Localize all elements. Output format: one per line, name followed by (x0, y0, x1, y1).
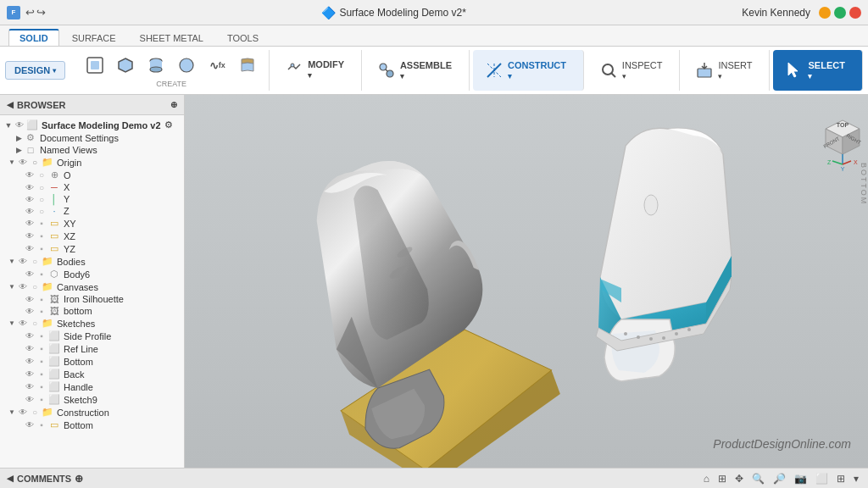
back-vis[interactable]: ▪ (36, 369, 47, 379)
bottom-sketch-eye[interactable]: 👁 (24, 357, 36, 366)
tree-item-xy[interactable]: 👁 ▪ ▭ XY (0, 217, 184, 230)
undo-btn[interactable]: ↩ (25, 6, 35, 19)
create-fx-btn[interactable]: ∿fx (203, 53, 231, 78)
tree-item-bodies[interactable]: ▼ 👁 ○ 📁 Bodies (0, 255, 184, 268)
back-eye[interactable]: 👁 (24, 369, 36, 379)
o-vis[interactable]: ○ (36, 170, 47, 180)
bodies-vis[interactable]: ○ (29, 257, 41, 266)
handle-vis[interactable]: ▪ (36, 382, 47, 391)
y-vis[interactable]: ○ (36, 195, 47, 204)
modify-btn[interactable]: MODIFY ▾ (280, 57, 354, 82)
expand-comments-icon[interactable]: ◀ (7, 474, 14, 483)
construction-eye[interactable]: 👁 (17, 408, 29, 417)
sketch9-vis[interactable]: ▪ (36, 395, 47, 404)
tree-item-yz[interactable]: 👁 ▪ ▭ YZ (0, 242, 184, 255)
tab-sheet-metal[interactable]: SHEET METAL (129, 30, 214, 46)
z-eye[interactable]: 👁 (24, 207, 36, 216)
x-eye[interactable]: 👁 (24, 183, 36, 192)
tree-item-handle[interactable]: 👁 ▪ ⬜ Handle (0, 380, 184, 393)
tree-item-o[interactable]: 👁 ○ ⊕ O (0, 169, 184, 181)
tree-item-x[interactable]: 👁 ○ ─ X (0, 181, 184, 193)
tree-item-iron-sil[interactable]: 👁 ▪ 🖼 Iron Silhouette (0, 293, 184, 305)
camera-btn[interactable]: 📷 (792, 472, 810, 485)
browser-menu-btn[interactable]: ⊕ (170, 100, 177, 109)
tree-item-back[interactable]: 👁 ▪ ⬜ Back (0, 368, 184, 380)
tree-item-canvases[interactable]: ▼ 👁 ○ 📁 Canvases (0, 280, 184, 293)
x-vis[interactable]: ○ (36, 183, 47, 192)
tab-solid[interactable]: SOLID (8, 29, 59, 46)
close-btn[interactable] (849, 7, 861, 19)
tree-item-z[interactable]: 👁 ○ ∙ Z (0, 205, 184, 217)
insert-btn[interactable]: INSERT ▾ (690, 58, 762, 83)
root-settings-icon[interactable]: ⚙ (164, 119, 173, 130)
ref-line-eye[interactable]: 👁 (24, 344, 36, 353)
viewport[interactable]: TOP FRONT RIGHT Y X Z BOTTOM ProductDesi… (185, 95, 868, 468)
zoom-fit-btn[interactable]: ⊞ (715, 472, 729, 485)
design-dropdown[interactable]: DESIGN ▾ (5, 61, 65, 80)
canvases-eye[interactable]: 👁 (17, 282, 29, 291)
pan-btn[interactable]: ✥ (732, 472, 746, 485)
bottom-con-vis[interactable]: ▪ (36, 420, 47, 430)
bottom-canvas-vis[interactable]: ▪ (36, 307, 47, 316)
create-pipe-btn[interactable] (233, 53, 262, 78)
zoom-out-btn[interactable]: 🔎 (771, 472, 788, 485)
add-comment-btn[interactable]: ⊕ (75, 473, 83, 485)
grid-btn[interactable]: ⊞ (834, 472, 848, 485)
sketches-eye[interactable]: 👁 (17, 319, 29, 328)
ref-line-vis[interactable]: ▪ (36, 344, 47, 353)
construct-btn[interactable]: CONSTRUCT ▾ (480, 58, 576, 83)
tree-item-body6[interactable]: 👁 ▪ ⬡ Body6 (0, 268, 184, 280)
xy-vis[interactable]: ▪ (36, 219, 47, 228)
display-mode-btn[interactable]: ⬜ (813, 472, 831, 485)
side-profile-vis[interactable]: ▪ (36, 331, 47, 341)
iron-sil-vis[interactable]: ▪ (36, 295, 47, 304)
o-eye[interactable]: 👁 (24, 170, 36, 180)
tab-tools[interactable]: TOOLS (216, 30, 270, 46)
tab-surface[interactable]: SURFACE (61, 30, 127, 46)
bottom-canvas-eye[interactable]: 👁 (24, 307, 36, 316)
tree-item-xz[interactable]: 👁 ▪ ▭ XZ (0, 230, 184, 242)
tree-item-side-profile[interactable]: 👁 ▪ ⬜ Side Profile (0, 330, 184, 342)
side-profile-eye[interactable]: 👁 (24, 331, 36, 341)
tree-item-ref-line[interactable]: 👁 ▪ ⬜ Ref Line (0, 342, 184, 355)
yz-vis[interactable]: ▪ (36, 244, 47, 253)
bottom-con-eye[interactable]: 👁 (24, 420, 36, 430)
create-cylinder-btn[interactable] (142, 53, 170, 78)
origin-eye[interactable]: 👁 (17, 158, 29, 167)
body6-eye[interactable]: 👁 (24, 269, 36, 279)
xy-eye[interactable]: 👁 (24, 219, 36, 228)
tree-item-y[interactable]: 👁 ○ │ Y (0, 193, 184, 205)
body6-vis[interactable]: ▪ (36, 269, 47, 279)
sketch9-eye[interactable]: 👁 (24, 395, 36, 404)
z-vis[interactable]: ○ (36, 207, 47, 216)
bodies-eye[interactable]: 👁 (17, 257, 29, 266)
select-btn[interactable]: SELECT ▾ (780, 58, 855, 83)
zoom-in-btn[interactable]: 🔍 (749, 472, 767, 485)
inspect-btn[interactable]: INSPECT ▾ (594, 58, 673, 83)
xz-eye[interactable]: 👁 (24, 231, 36, 241)
root-eye[interactable]: 👁 (14, 120, 25, 130)
construction-vis[interactable]: ○ (29, 408, 41, 417)
tree-item-doc-settings[interactable]: ▶ ⚙ Document Settings (0, 131, 184, 144)
create-box-btn[interactable] (111, 53, 140, 78)
minimize-btn[interactable] (819, 7, 831, 19)
assemble-btn[interactable]: ASSEMBLE ▾ (372, 58, 462, 83)
create-sphere-btn[interactable] (172, 53, 201, 78)
y-eye[interactable]: 👁 (24, 195, 36, 204)
sketches-vis[interactable]: ○ (29, 319, 41, 328)
tree-item-construction[interactable]: ▼ 👁 ○ 📁 Construction (0, 406, 184, 419)
tree-item-bottom-construction[interactable]: 👁 ▪ ▭ Bottom (0, 419, 184, 431)
origin-vis[interactable]: ○ (29, 158, 41, 167)
tree-item-sketches[interactable]: ▼ 👁 ○ 📁 Sketches (0, 317, 184, 330)
home-view-btn[interactable]: ⌂ (701, 472, 712, 485)
maximize-btn[interactable] (834, 7, 846, 19)
expand-icon[interactable]: ◀ (7, 100, 14, 109)
redo-btn[interactable]: ↪ (36, 6, 46, 19)
tree-item-named-views[interactable]: ▶ □ Named Views (0, 144, 184, 156)
yz-eye[interactable]: 👁 (24, 244, 36, 253)
more-btn[interactable]: ▾ (851, 472, 861, 485)
tree-item-origin[interactable]: ▼ 👁 ○ 📁 Origin (0, 156, 184, 169)
tree-item-root[interactable]: ▼ 👁 ⬜ Surface Modeling Demo v2 ⚙ (0, 119, 184, 131)
bottom-sketch-vis[interactable]: ▪ (36, 357, 47, 366)
iron-sil-eye[interactable]: 👁 (24, 295, 36, 304)
